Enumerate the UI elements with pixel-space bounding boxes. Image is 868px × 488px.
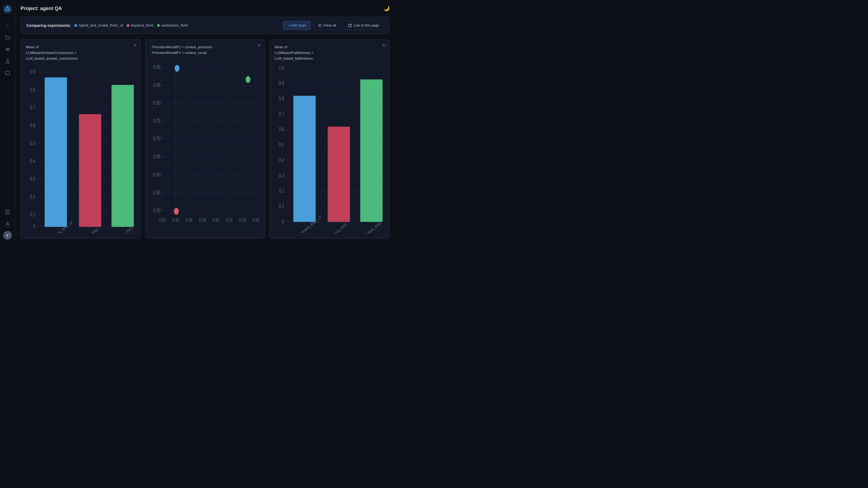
chart-3-close-button[interactable]: ✕ — [382, 43, 385, 48]
keyword-dot — [127, 24, 129, 27]
svg-text:0.24: 0.24 — [239, 217, 246, 222]
experiments-bar: Comparing experiments: hybrid_and_rerank… — [21, 17, 390, 34]
svg-text:0.7: 0.7 — [30, 104, 35, 110]
svg-text:0.7: 0.7 — [279, 110, 284, 117]
svg-point-11 — [7, 222, 8, 224]
sidebar-bottom: Y — [3, 207, 12, 240]
app-logo[interactable] — [3, 4, 12, 14]
beaker-icon[interactable] — [3, 56, 12, 66]
svg-text:vectorstore_RAG: vectorstore_RAG — [360, 220, 382, 233]
header: Project: agent QA 🌙 — [21, 5, 390, 11]
svg-point-0 — [3, 5, 12, 13]
bar-keyword-1 — [79, 115, 101, 227]
svg-text:0.75: 0.75 — [153, 118, 161, 124]
experiments-list: Comparing experiments: hybrid_and_rerank… — [26, 23, 188, 28]
users-icon[interactable] — [3, 219, 12, 229]
svg-text:0.90: 0.90 — [153, 64, 161, 70]
svg-text:0.60: 0.60 — [153, 172, 161, 177]
svg-point-1 — [7, 6, 8, 8]
svg-text:0.5: 0.5 — [30, 140, 35, 146]
chart-1-title: Mean of LLMBasedAnswerCorrectness > LLM_… — [26, 44, 135, 61]
bar-hybrid-1 — [45, 77, 67, 227]
bar-vector-3 — [360, 79, 382, 222]
chart-2-canvas: 0.90 0.85 0.80 0.75 0.70 0.65 0.60 0.55 … — [150, 59, 260, 233]
add-chart-button[interactable]: + Add chart — [283, 21, 310, 30]
chart-1-svg: 0.9 0.8 0.7 0.6 0.5 0.4 0.3 0.2 0.1 0 — [26, 65, 135, 233]
svg-text:0.16: 0.16 — [186, 217, 192, 222]
bar-keyword-3 — [328, 127, 350, 222]
svg-text:0.4: 0.4 — [30, 158, 35, 164]
svg-text:keyword_RAG: keyword_RAG — [329, 222, 348, 233]
svg-text:keyword_RAG: keyword_RAG — [80, 227, 99, 233]
svg-text:0.8: 0.8 — [30, 87, 35, 93]
theme-toggle-icon[interactable]: 🌙 — [383, 5, 390, 11]
svg-text:0.85: 0.85 — [153, 82, 161, 88]
svg-text:0.26: 0.26 — [252, 217, 259, 222]
folder-icon[interactable] — [3, 33, 12, 42]
svg-text:0.22: 0.22 — [226, 217, 232, 222]
main-content: Project: agent QA 🌙 Comparing experiment… — [15, 0, 395, 244]
experiment-tag-keyword: keyword_RAG — [127, 23, 154, 27]
header-right: 🌙 — [383, 5, 390, 11]
hybrid-dot — [74, 24, 77, 27]
scatter-hybrid — [175, 65, 179, 72]
svg-text:0.55: 0.55 — [153, 190, 161, 195]
svg-text:0.9: 0.9 — [279, 80, 284, 86]
svg-text:0.12: 0.12 — [159, 217, 166, 222]
experiments-label: Comparing experiments: — [26, 23, 71, 28]
chart-3-svg: 1.0 0.9 0.8 0.7 0.6 0.5 0.4 0.3 0.2 0.1 … — [275, 65, 384, 233]
keyword-label: keyword_RAG — [131, 23, 154, 27]
link-to-page-button[interactable]: Link to this page — [343, 21, 384, 30]
svg-rect-2 — [6, 48, 9, 48]
svg-text:0.2: 0.2 — [30, 194, 35, 200]
svg-text:0.4: 0.4 — [279, 157, 284, 163]
chart-3-title: Mean of LLMBasedFaithfulness > LLM_based… — [275, 44, 384, 61]
home-icon[interactable]: ⌂ — [3, 21, 12, 30]
chart-2-close-button[interactable]: ✕ — [257, 43, 261, 48]
bar-vector-1 — [112, 85, 134, 227]
chat-icon[interactable] — [3, 68, 12, 78]
page-title: Project: agent QA — [21, 6, 62, 11]
hybrid-label: hybrid_and_rerank_RAG_v2 — [79, 23, 123, 27]
svg-text:0.20: 0.20 — [212, 217, 219, 222]
vector-dot — [157, 24, 160, 27]
chart-1-close-button[interactable]: ✕ — [133, 43, 137, 48]
chart-precision-recall: ✕ - PrecisionRecallF1 > context_precisio… — [145, 39, 265, 238]
bar-hybrid-3 — [293, 96, 316, 222]
svg-text:0.3: 0.3 — [279, 172, 284, 178]
scatter-vector — [246, 76, 250, 83]
svg-text:0: 0 — [282, 219, 284, 225]
svg-text:0.1: 0.1 — [279, 203, 284, 209]
avatar[interactable]: Y — [3, 231, 12, 240]
clear-all-button[interactable]: Clear all — [313, 21, 341, 30]
chart-2-svg: 0.90 0.85 0.80 0.75 0.70 0.65 0.60 0.55 … — [150, 59, 260, 233]
chart-2-title: - PrecisionRecallF1 > context_precision … — [150, 44, 260, 56]
experiment-tag-hybrid: hybrid_and_rerank_RAG_v2 — [74, 23, 123, 27]
svg-text:0.50: 0.50 — [153, 207, 161, 214]
svg-text:1.0: 1.0 — [279, 65, 284, 71]
svg-text:0.9: 0.9 — [30, 69, 35, 75]
svg-text:0.6: 0.6 — [279, 126, 284, 132]
svg-rect-4 — [6, 50, 9, 51]
vector-label: vectorstore_RAG — [161, 23, 188, 27]
document-icon[interactable] — [3, 207, 12, 217]
svg-rect-6 — [5, 71, 10, 74]
svg-text:0.5: 0.5 — [279, 141, 284, 148]
experiments-actions: + Add chart Clear all Link to this page — [283, 21, 384, 30]
chart-answer-correctness: ✕ Mean of LLMBasedAnswerCorrectness > LL… — [21, 39, 141, 238]
chart-1-canvas: 0.9 0.8 0.7 0.6 0.5 0.4 0.3 0.2 0.1 0 — [26, 65, 135, 233]
sidebar: ⌂ — [0, 0, 15, 244]
svg-text:0: 0 — [33, 223, 35, 230]
experiment-tag-vector: vectorstore_RAG — [157, 23, 188, 27]
svg-text:0.65: 0.65 — [153, 154, 161, 160]
svg-text:0.8: 0.8 — [279, 95, 284, 102]
svg-text:0.2: 0.2 — [279, 188, 284, 194]
svg-text:0.80: 0.80 — [153, 100, 161, 106]
svg-text:0.1: 0.1 — [30, 212, 35, 218]
chart-faithfulness: ✕ Mean of LLMBasedFaithfulness > LLM_bas… — [269, 39, 390, 238]
charts-grid: ✕ Mean of LLMBasedAnswerCorrectness > LL… — [21, 39, 390, 238]
svg-text:0.70: 0.70 — [153, 136, 161, 142]
svg-text:0.18: 0.18 — [199, 217, 206, 222]
list-icon[interactable] — [3, 44, 12, 54]
svg-text:0.14: 0.14 — [172, 217, 179, 222]
